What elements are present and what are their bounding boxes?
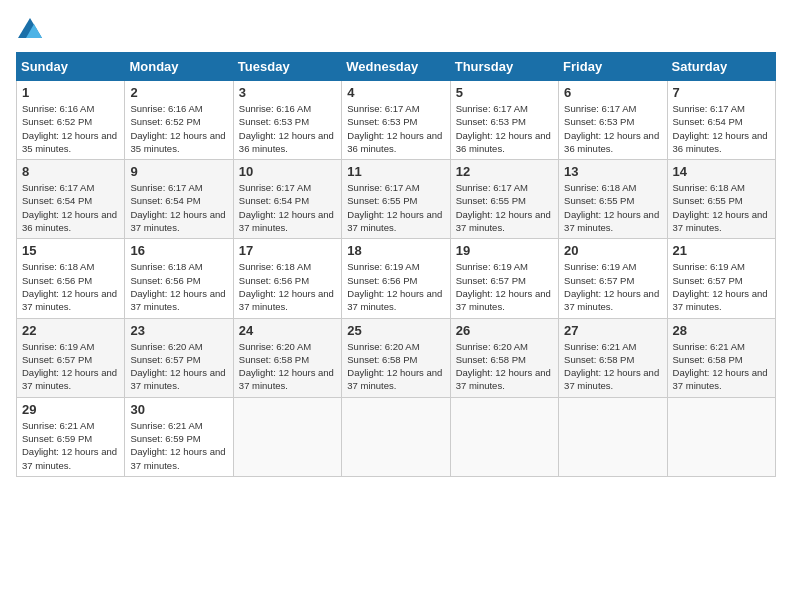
calendar-cell: 20 Sunrise: 6:19 AM Sunset: 6:57 PM Dayl… (559, 239, 667, 318)
calendar-cell: 25 Sunrise: 6:20 AM Sunset: 6:58 PM Dayl… (342, 318, 450, 397)
calendar-cell: 12 Sunrise: 6:17 AM Sunset: 6:55 PM Dayl… (450, 160, 558, 239)
day-info: Sunrise: 6:18 AM Sunset: 6:56 PM Dayligh… (239, 260, 336, 313)
calendar-cell: 1 Sunrise: 6:16 AM Sunset: 6:52 PM Dayli… (17, 81, 125, 160)
day-number: 9 (130, 164, 227, 179)
logo-icon (16, 16, 44, 44)
calendar-cell: 15 Sunrise: 6:18 AM Sunset: 6:56 PM Dayl… (17, 239, 125, 318)
day-info: Sunrise: 6:17 AM Sunset: 6:55 PM Dayligh… (456, 181, 553, 234)
day-info: Sunrise: 6:21 AM Sunset: 6:59 PM Dayligh… (22, 419, 119, 472)
calendar-week-row: 1 Sunrise: 6:16 AM Sunset: 6:52 PM Dayli… (17, 81, 776, 160)
day-number: 13 (564, 164, 661, 179)
calendar-cell: 24 Sunrise: 6:20 AM Sunset: 6:58 PM Dayl… (233, 318, 341, 397)
day-number: 3 (239, 85, 336, 100)
calendar-week-row: 15 Sunrise: 6:18 AM Sunset: 6:56 PM Dayl… (17, 239, 776, 318)
day-info: Sunrise: 6:17 AM Sunset: 6:54 PM Dayligh… (239, 181, 336, 234)
day-info: Sunrise: 6:20 AM Sunset: 6:58 PM Dayligh… (456, 340, 553, 393)
calendar-cell: 17 Sunrise: 6:18 AM Sunset: 6:56 PM Dayl… (233, 239, 341, 318)
day-info: Sunrise: 6:21 AM Sunset: 6:58 PM Dayligh… (564, 340, 661, 393)
day-number: 27 (564, 323, 661, 338)
day-number: 8 (22, 164, 119, 179)
day-info: Sunrise: 6:17 AM Sunset: 6:55 PM Dayligh… (347, 181, 444, 234)
weekday-header-row: SundayMondayTuesdayWednesdayThursdayFrid… (17, 53, 776, 81)
day-info: Sunrise: 6:19 AM Sunset: 6:57 PM Dayligh… (456, 260, 553, 313)
calendar-cell: 29 Sunrise: 6:21 AM Sunset: 6:59 PM Dayl… (17, 397, 125, 476)
day-info: Sunrise: 6:17 AM Sunset: 6:53 PM Dayligh… (564, 102, 661, 155)
day-info: Sunrise: 6:16 AM Sunset: 6:52 PM Dayligh… (22, 102, 119, 155)
day-number: 14 (673, 164, 770, 179)
day-info: Sunrise: 6:17 AM Sunset: 6:54 PM Dayligh… (22, 181, 119, 234)
day-number: 26 (456, 323, 553, 338)
weekday-header-saturday: Saturday (667, 53, 775, 81)
calendar-cell: 18 Sunrise: 6:19 AM Sunset: 6:56 PM Dayl… (342, 239, 450, 318)
calendar-cell: 27 Sunrise: 6:21 AM Sunset: 6:58 PM Dayl… (559, 318, 667, 397)
logo (16, 16, 48, 44)
calendar-cell: 7 Sunrise: 6:17 AM Sunset: 6:54 PM Dayli… (667, 81, 775, 160)
calendar-cell (342, 397, 450, 476)
calendar-cell: 6 Sunrise: 6:17 AM Sunset: 6:53 PM Dayli… (559, 81, 667, 160)
day-number: 22 (22, 323, 119, 338)
day-number: 6 (564, 85, 661, 100)
calendar-cell: 30 Sunrise: 6:21 AM Sunset: 6:59 PM Dayl… (125, 397, 233, 476)
header (16, 16, 776, 44)
calendar-cell: 21 Sunrise: 6:19 AM Sunset: 6:57 PM Dayl… (667, 239, 775, 318)
day-info: Sunrise: 6:17 AM Sunset: 6:54 PM Dayligh… (130, 181, 227, 234)
calendar-cell: 10 Sunrise: 6:17 AM Sunset: 6:54 PM Dayl… (233, 160, 341, 239)
calendar-cell (667, 397, 775, 476)
day-number: 23 (130, 323, 227, 338)
calendar-cell: 28 Sunrise: 6:21 AM Sunset: 6:58 PM Dayl… (667, 318, 775, 397)
day-number: 1 (22, 85, 119, 100)
day-info: Sunrise: 6:19 AM Sunset: 6:57 PM Dayligh… (22, 340, 119, 393)
day-number: 21 (673, 243, 770, 258)
calendar-cell: 23 Sunrise: 6:20 AM Sunset: 6:57 PM Dayl… (125, 318, 233, 397)
calendar-cell: 2 Sunrise: 6:16 AM Sunset: 6:52 PM Dayli… (125, 81, 233, 160)
day-number: 2 (130, 85, 227, 100)
day-number: 7 (673, 85, 770, 100)
day-info: Sunrise: 6:16 AM Sunset: 6:52 PM Dayligh… (130, 102, 227, 155)
day-info: Sunrise: 6:18 AM Sunset: 6:55 PM Dayligh… (673, 181, 770, 234)
day-number: 15 (22, 243, 119, 258)
weekday-header-sunday: Sunday (17, 53, 125, 81)
calendar-cell: 5 Sunrise: 6:17 AM Sunset: 6:53 PM Dayli… (450, 81, 558, 160)
day-info: Sunrise: 6:18 AM Sunset: 6:55 PM Dayligh… (564, 181, 661, 234)
weekday-header-friday: Friday (559, 53, 667, 81)
day-number: 19 (456, 243, 553, 258)
calendar-cell: 3 Sunrise: 6:16 AM Sunset: 6:53 PM Dayli… (233, 81, 341, 160)
day-number: 11 (347, 164, 444, 179)
day-number: 29 (22, 402, 119, 417)
weekday-header-thursday: Thursday (450, 53, 558, 81)
calendar-cell: 13 Sunrise: 6:18 AM Sunset: 6:55 PM Dayl… (559, 160, 667, 239)
day-info: Sunrise: 6:16 AM Sunset: 6:53 PM Dayligh… (239, 102, 336, 155)
day-number: 16 (130, 243, 227, 258)
calendar-cell (233, 397, 341, 476)
day-info: Sunrise: 6:17 AM Sunset: 6:53 PM Dayligh… (456, 102, 553, 155)
day-number: 12 (456, 164, 553, 179)
calendar-cell: 14 Sunrise: 6:18 AM Sunset: 6:55 PM Dayl… (667, 160, 775, 239)
calendar-week-row: 8 Sunrise: 6:17 AM Sunset: 6:54 PM Dayli… (17, 160, 776, 239)
calendar-cell: 16 Sunrise: 6:18 AM Sunset: 6:56 PM Dayl… (125, 239, 233, 318)
day-info: Sunrise: 6:20 AM Sunset: 6:58 PM Dayligh… (347, 340, 444, 393)
calendar-cell: 8 Sunrise: 6:17 AM Sunset: 6:54 PM Dayli… (17, 160, 125, 239)
calendar-week-row: 22 Sunrise: 6:19 AM Sunset: 6:57 PM Dayl… (17, 318, 776, 397)
day-number: 24 (239, 323, 336, 338)
calendar-table: SundayMondayTuesdayWednesdayThursdayFrid… (16, 52, 776, 477)
day-number: 4 (347, 85, 444, 100)
day-info: Sunrise: 6:20 AM Sunset: 6:57 PM Dayligh… (130, 340, 227, 393)
weekday-header-wednesday: Wednesday (342, 53, 450, 81)
calendar-cell: 26 Sunrise: 6:20 AM Sunset: 6:58 PM Dayl… (450, 318, 558, 397)
weekday-header-tuesday: Tuesday (233, 53, 341, 81)
calendar-cell: 22 Sunrise: 6:19 AM Sunset: 6:57 PM Dayl… (17, 318, 125, 397)
day-info: Sunrise: 6:21 AM Sunset: 6:58 PM Dayligh… (673, 340, 770, 393)
day-number: 10 (239, 164, 336, 179)
day-info: Sunrise: 6:17 AM Sunset: 6:54 PM Dayligh… (673, 102, 770, 155)
day-number: 20 (564, 243, 661, 258)
day-info: Sunrise: 6:19 AM Sunset: 6:56 PM Dayligh… (347, 260, 444, 313)
calendar-cell (559, 397, 667, 476)
day-number: 18 (347, 243, 444, 258)
day-info: Sunrise: 6:18 AM Sunset: 6:56 PM Dayligh… (22, 260, 119, 313)
day-info: Sunrise: 6:17 AM Sunset: 6:53 PM Dayligh… (347, 102, 444, 155)
calendar-week-row: 29 Sunrise: 6:21 AM Sunset: 6:59 PM Dayl… (17, 397, 776, 476)
day-info: Sunrise: 6:20 AM Sunset: 6:58 PM Dayligh… (239, 340, 336, 393)
calendar-cell: 4 Sunrise: 6:17 AM Sunset: 6:53 PM Dayli… (342, 81, 450, 160)
day-number: 28 (673, 323, 770, 338)
day-info: Sunrise: 6:19 AM Sunset: 6:57 PM Dayligh… (564, 260, 661, 313)
